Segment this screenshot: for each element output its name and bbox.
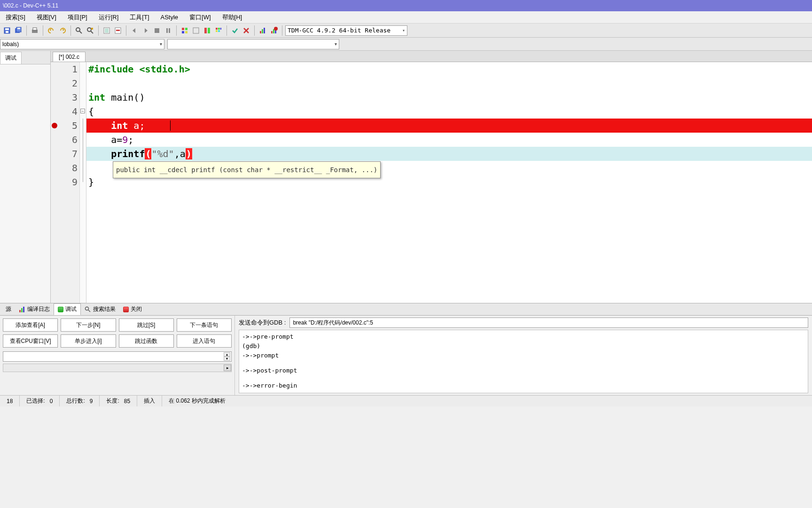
code-line[interactable]: [86, 76, 812, 90]
left-panel-tab-debug[interactable]: 调试: [0, 52, 22, 64]
status-selected: 已选择: 0: [20, 396, 60, 406]
menu-view[interactable]: 视图[V]: [31, 12, 62, 23]
menu-project[interactable]: 项目[P]: [62, 12, 93, 23]
gdb-command-input[interactable]: [289, 318, 808, 328]
next-statement-button[interactable]: 下一条语句: [177, 318, 232, 332]
svg-rect-7: [33, 28, 37, 30]
spin-up-icon[interactable]: ▴: [224, 352, 230, 357]
menu-tools[interactable]: 工具[T]: [124, 12, 155, 23]
gdb-output-line: ->->prompt: [242, 351, 805, 360]
compile-icon[interactable]: [180, 25, 190, 36]
chevron-down-icon: ▾: [335, 41, 337, 47]
svg-line-11: [91, 31, 93, 33]
status-parse-time: 在 0.062 秒内完成解析: [162, 396, 232, 406]
delete-profile-icon[interactable]: [269, 25, 279, 36]
save-all-icon[interactable]: [13, 25, 23, 36]
tab-resource[interactable]: 源: [2, 304, 15, 315]
svg-rect-28: [208, 28, 210, 33]
into-statement-button[interactable]: 进入语句: [177, 334, 232, 348]
menu-window[interactable]: 窗口[W]: [184, 12, 217, 23]
svg-rect-30: [218, 28, 220, 30]
cpu-window-button[interactable]: 查看CPU窗口[V]: [3, 334, 58, 348]
fold-toggle-icon[interactable]: −: [80, 109, 85, 113]
nav-fwd-icon[interactable]: [141, 25, 151, 36]
skip-function-button[interactable]: 跳过函数: [119, 334, 174, 348]
svg-rect-19: [155, 28, 159, 33]
stop-debug-icon[interactable]: [241, 25, 251, 36]
gdb-output-line: (gdb): [242, 341, 805, 351]
tab-debug[interactable]: 调试: [54, 303, 81, 315]
undo-icon[interactable]: [46, 25, 56, 36]
menu-astyle[interactable]: AStyle: [155, 12, 184, 22]
file-tab[interactable]: [*] 002.c: [53, 52, 86, 62]
line-number: 8: [51, 161, 78, 175]
menu-run[interactable]: 运行[R]: [93, 12, 125, 23]
step-into-button[interactable]: 单步进入[i]: [61, 334, 116, 348]
svg-rect-23: [185, 28, 187, 30]
svg-rect-38: [264, 28, 265, 33]
gdb-panel: 发送命令到GDB : ->->pre-prompt (gdb) ->->prom…: [235, 316, 812, 395]
line-number: 4: [51, 104, 78, 119]
find-icon[interactable]: [74, 25, 84, 36]
spin-down-icon[interactable]: ▾: [224, 357, 230, 361]
breakpoint-icon[interactable]: [52, 123, 57, 128]
code-area[interactable]: #include <stdio.h> int main() { int a; a…: [86, 62, 812, 303]
spinner[interactable]: ▴▾: [224, 352, 230, 361]
bookmark-icon[interactable]: [113, 25, 123, 36]
class-browser-combo[interactable]: lobals) ▾: [0, 39, 164, 49]
gdb-output[interactable]: ->->pre-prompt (gdb) ->->prompt ->->post…: [239, 330, 808, 393]
chevron-down-icon: ▾: [402, 28, 405, 33]
goto-icon[interactable]: [102, 25, 112, 36]
svg-rect-25: [185, 31, 187, 33]
stop-icon[interactable]: [152, 25, 162, 36]
editor[interactable]: 1 2 3 4 5 6 7 8 9 − #include <stdio.h>: [51, 62, 812, 303]
svg-rect-20: [166, 28, 168, 33]
watch-scrollbar[interactable]: ▸: [3, 364, 232, 372]
pause-icon[interactable]: [163, 25, 173, 36]
add-watch-button[interactable]: 添加查看[A]: [3, 318, 58, 332]
tab-close[interactable]: 关闭: [119, 304, 146, 315]
watch-combo[interactable]: ▴▾: [3, 351, 232, 362]
replace-icon[interactable]: [85, 25, 95, 36]
profile-icon[interactable]: [258, 25, 268, 36]
skip-button[interactable]: 跳过[S]: [119, 318, 174, 332]
compiler-select[interactable]: TDM-GCC 4.9.2 64-bit Release ▾: [285, 25, 407, 36]
window-title: \002.c - Dev-C++ 5.11: [3, 2, 58, 9]
tab-search-result[interactable]: 搜索结果: [81, 304, 119, 315]
debug-icon[interactable]: [230, 25, 240, 36]
rebuild-icon[interactable]: [213, 25, 224, 36]
code-line[interactable]: a=9;: [86, 133, 812, 147]
code-line[interactable]: {: [86, 104, 812, 119]
svg-rect-18: [116, 30, 120, 31]
status-line: 18: [0, 396, 20, 406]
svg-point-42: [274, 27, 278, 31]
gdb-output-line: ->->pre-prompt: [242, 332, 805, 341]
code-line-active[interactable]: printf("%d",a): [86, 147, 812, 161]
svg-line-9: [79, 31, 82, 33]
code-line[interactable]: #include <stdio.h>: [86, 62, 812, 76]
svg-rect-39: [271, 31, 273, 33]
bar-chart-icon: [19, 306, 25, 313]
nav-back-icon[interactable]: [129, 25, 140, 36]
titlebar: \002.c - Dev-C++ 5.11: [0, 0, 812, 11]
statusbar: 18 已选择: 0 总行数: 9 长度: 85 插入 在 0.062 秒内完成解…: [0, 395, 812, 406]
print-icon[interactable]: [30, 25, 40, 36]
code-line[interactable]: int main(): [86, 90, 812, 104]
svg-line-47: [88, 310, 90, 312]
function-combo[interactable]: ▾: [167, 39, 339, 49]
svg-rect-5: [17, 28, 20, 29]
save-icon[interactable]: [2, 25, 12, 36]
menu-help[interactable]: 帮助[H]: [217, 12, 248, 23]
run-icon[interactable]: [191, 25, 201, 36]
scroll-right-icon[interactable]: ▸: [224, 365, 231, 371]
line-number: 9: [51, 175, 78, 189]
code-line-breakpoint[interactable]: int a;: [86, 119, 812, 133]
menu-search[interactable]: 搜索[S]: [0, 12, 31, 23]
next-step-button[interactable]: 下一步[N]: [61, 318, 116, 332]
svg-rect-31: [220, 28, 221, 30]
gdb-send-label: 发送命令到GDB :: [239, 318, 286, 327]
compile-run-icon[interactable]: [202, 25, 212, 36]
redo-icon[interactable]: [57, 25, 68, 36]
tab-compile-log[interactable]: 编译日志: [15, 304, 54, 315]
svg-rect-12: [91, 28, 93, 30]
